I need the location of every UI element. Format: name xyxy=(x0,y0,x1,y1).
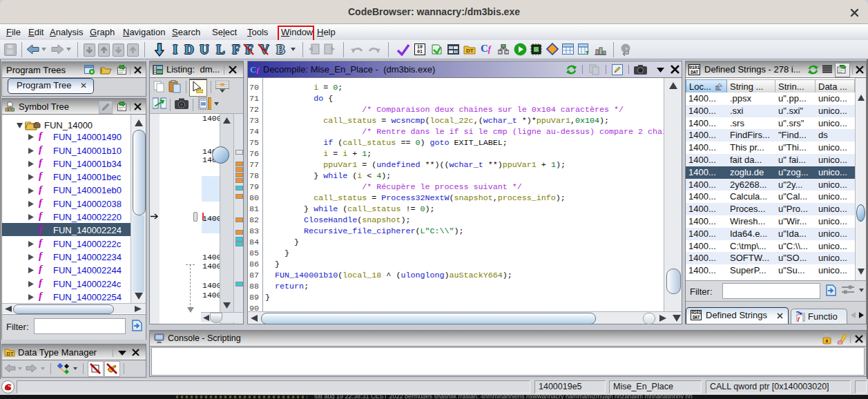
svg-text:DT: DT xyxy=(466,48,474,54)
svg-text:DT: DT xyxy=(7,351,14,357)
